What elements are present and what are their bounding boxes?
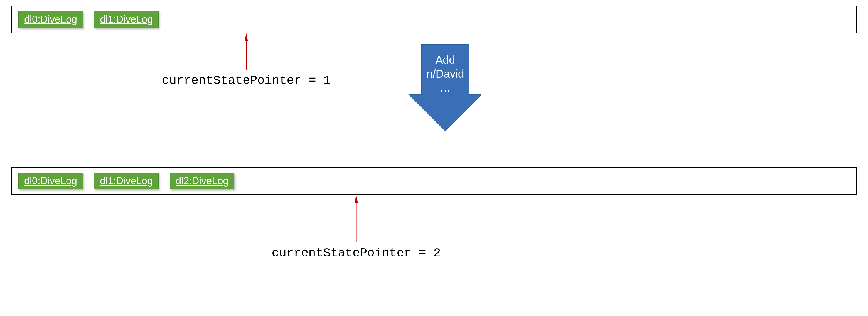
- action-line: n/David: [426, 68, 464, 80]
- pointer-arrow-icon: [261, 195, 451, 245]
- pointer-after: currentStatePointer = 2: [261, 195, 451, 260]
- state-row-after: dl0:DiveLog dl1:DiveLog dl2:DiveLog: [11, 167, 857, 195]
- action-arrow: Add n/David …: [409, 42, 482, 135]
- state-row-before: dl0:DiveLog dl1:DiveLog: [11, 6, 857, 33]
- state-node: dl2:DiveLog: [170, 173, 234, 189]
- state-node: dl0:DiveLog: [19, 11, 83, 28]
- state-node: dl1:DiveLog: [94, 173, 159, 189]
- pointer-label: currentStatePointer = 2: [261, 246, 451, 260]
- action-line: …: [440, 82, 451, 94]
- pointer-before: currentStatePointer = 1: [152, 33, 341, 87]
- pointer-after-zone: currentStatePointer = 2: [11, 195, 857, 284]
- pointer-arrow-icon: [152, 33, 341, 73]
- transition-zone: currentStatePointer = 1 Add n/David …: [11, 33, 857, 167]
- state-node: dl0:DiveLog: [19, 173, 83, 189]
- action-arrow-text: Add n/David …: [409, 53, 482, 95]
- pointer-label: currentStatePointer = 1: [152, 74, 341, 87]
- action-line: Add: [435, 54, 455, 66]
- state-node: dl1:DiveLog: [94, 11, 159, 28]
